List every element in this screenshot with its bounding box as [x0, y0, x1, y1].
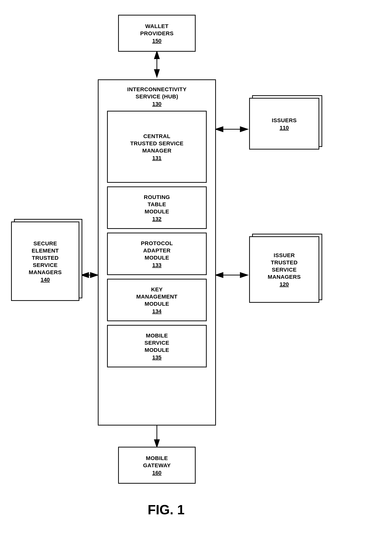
routing-box: ROUTING TABLE MODULE 132	[107, 186, 207, 229]
key-mgmt-label: KEY MANAGEMENT MODULE	[136, 286, 177, 307]
key-mgmt-box: KEY MANAGEMENT MODULE 134	[107, 279, 207, 321]
protocol-box: PROTOCOL ADAPTER MODULE 133	[107, 233, 207, 275]
routing-label: ROUTING TABLE MODULE	[144, 193, 170, 215]
issuer-tsm-num: 120	[280, 281, 289, 288]
central-tsm-box: CENTRAL TRUSTED SERVICE MANAGER 131	[107, 111, 207, 183]
hub-label: INTERCONNECTIVITY SERVICE (HUB) 130	[124, 84, 190, 107]
mobile-service-num: 135	[152, 354, 161, 361]
mobile-gateway-num: 160	[152, 470, 161, 476]
central-tsm-label: CENTRAL TRUSTED SERVICE MANAGER	[130, 133, 184, 154]
issuers-num: 110	[280, 125, 289, 131]
wallet-providers-box: WALLET PROVIDERS 150	[118, 15, 196, 52]
issuer-tsm-label: ISSUER TRUSTED SERVICE MANAGERS	[268, 252, 301, 281]
protocol-num: 133	[152, 262, 161, 268]
issuers-box: ISSUERS 110	[249, 98, 319, 149]
issuers-label: ISSUERS	[272, 117, 297, 124]
se-tsm-label: SECURE ELEMENT TRUSTED SERVICE MANAGERS	[29, 240, 62, 276]
issuers-stack: ISSUERS 110	[249, 98, 319, 149]
issuer-tsm-box: ISSUER TRUSTED SERVICE MANAGERS 120	[249, 236, 319, 303]
se-tsm-box: SECURE ELEMENT TRUSTED SERVICE MANAGERS …	[11, 222, 79, 301]
mobile-gateway-box: MOBILE GATEWAY 160	[118, 447, 196, 484]
hub-outer-box: INTERCONNECTIVITY SERVICE (HUB) 130 CENT…	[98, 79, 216, 426]
se-tsm-num: 140	[41, 277, 50, 283]
central-tsm-num: 131	[152, 155, 161, 161]
diagram: WALLET PROVIDERS 150 INTERCONNECTIVITY S…	[0, 0, 392, 554]
fig-label: FIG. 1	[138, 502, 194, 517]
issuer-tsm-stack: ISSUER TRUSTED SERVICE MANAGERS 120	[249, 236, 319, 303]
wallet-providers-label: WALLET PROVIDERS	[140, 22, 174, 37]
se-tsm-stack: SECURE ELEMENT TRUSTED SERVICE MANAGERS …	[11, 222, 79, 301]
mobile-gateway-label: MOBILE GATEWAY	[143, 455, 171, 469]
wallet-providers-num: 150	[152, 38, 161, 44]
mobile-service-box: MOBILE SERVICE MODULE 135	[107, 325, 207, 367]
protocol-label: PROTOCOL ADAPTER MODULE	[141, 240, 173, 261]
routing-num: 132	[152, 216, 161, 222]
mobile-service-label: MOBILE SERVICE MODULE	[145, 332, 169, 353]
key-mgmt-num: 134	[152, 308, 161, 314]
